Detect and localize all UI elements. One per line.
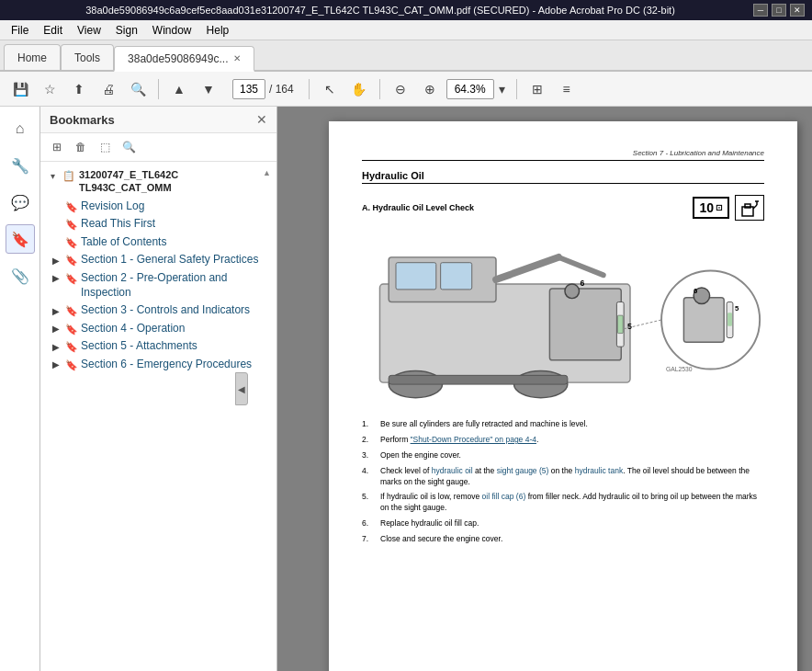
oil-icons: 10 ⊡ <box>693 195 764 221</box>
section-3-expand[interactable]: ▶ <box>50 304 62 317</box>
menu-sign[interactable]: Sign <box>108 22 145 39</box>
bookmark-section-5[interactable]: ▶ 🔖 Section 5 - Attachments <box>40 337 276 356</box>
section-1-label[interactable]: Section 1 - General Safety Practices <box>81 253 271 267</box>
bookmarks-icon-btn[interactable]: 🔖 <box>6 224 35 254</box>
share-button[interactable]: ⬆ <box>66 76 92 102</box>
bookmark-expand-all-btn[interactable]: ⊞ <box>46 137 68 157</box>
bookmark-read-this-first[interactable]: 🔖 Read This First <box>40 215 276 233</box>
tab-tools-label: Tools <box>74 51 100 64</box>
step-7: 7. Close and secure the engine cover. <box>362 534 764 545</box>
hand-tool-button[interactable]: ✋ <box>346 76 372 102</box>
menu-view[interactable]: View <box>70 22 108 39</box>
bookmark-add-button[interactable]: ☆ <box>37 76 62 102</box>
tab-home[interactable]: Home <box>4 44 61 70</box>
read-this-first-label[interactable]: Read This First <box>81 217 271 232</box>
print-button[interactable]: 🖨 <box>96 76 121 102</box>
zoom-in-button[interactable]: ⊕ <box>417 76 443 102</box>
bookmark-section-1[interactable]: ▶ 🔖 Section 1 - General Safety Practices <box>40 251 276 269</box>
save-button[interactable]: 💾 <box>7 76 33 102</box>
tab-tools[interactable]: Tools <box>61 44 114 70</box>
section-2-expand[interactable]: ▶ <box>50 272 62 285</box>
nav-prev-button[interactable]: ▲ <box>166 76 192 102</box>
pdf-viewer[interactable]: Section 7 - Lubrication and Maintenance … <box>277 107 812 671</box>
bookmark-section-2[interactable]: ▶ 🔖 Section 2 - Pre-Operation and Inspec… <box>40 269 276 301</box>
maximize-button[interactable]: □ <box>772 4 786 17</box>
step-1: 1. Be sure all cylinders are fully retra… <box>362 419 764 430</box>
svg-rect-13 <box>617 315 623 333</box>
section-5-expand[interactable]: ▶ <box>50 340 62 353</box>
tab-home-label: Home <box>17 51 47 64</box>
page-main-title: Hydraulic Oil <box>362 170 764 184</box>
menu-window[interactable]: Window <box>145 22 199 39</box>
section-2-label[interactable]: Section 2 - Pre-Operation and Inspection <box>81 271 271 300</box>
bookmark-section-6[interactable]: ▶ 🔖 Section 6 - Emergency Procedures <box>40 356 276 374</box>
revision-log-label[interactable]: Revision Log <box>81 199 271 214</box>
bookmark-search-btn[interactable]: 🔍 <box>118 137 140 157</box>
bookmark-section-3[interactable]: ▶ 🔖 Section 3 - Controls and Indicators <box>40 301 276 320</box>
step-6: 6. Replace hydraulic oil fill cap. <box>362 518 764 529</box>
svg-text:5: 5 <box>627 322 632 331</box>
section-1-expand[interactable]: ▶ <box>50 254 62 267</box>
bookmarks-close-button[interactable]: ✕ <box>256 112 267 127</box>
svg-rect-11 <box>549 289 621 360</box>
section-3-label[interactable]: Section 3 - Controls and Indicators <box>81 303 271 318</box>
section-5-icon: 🔖 <box>65 341 78 353</box>
equipment-diagram: 5 6 <box>362 228 764 412</box>
tools-icon-btn[interactable]: 🔧 <box>6 151 35 180</box>
svg-rect-21 <box>683 298 724 343</box>
separator-2 <box>309 79 310 99</box>
section-5-label[interactable]: Section 5 - Attachments <box>81 339 271 354</box>
enhance-button[interactable]: 🔍 <box>125 76 151 102</box>
root-scroll-up[interactable]: ▲ <box>263 168 271 177</box>
home-icon-btn[interactable]: ⌂ <box>6 114 35 143</box>
svg-text:6: 6 <box>694 287 698 295</box>
cursor-tool-button[interactable]: ↖ <box>317 76 343 102</box>
page-input[interactable] <box>232 79 265 99</box>
tab-close-icon[interactable]: ✕ <box>233 53 241 63</box>
menu-help[interactable]: Help <box>199 22 237 39</box>
sidebar-collapse-button[interactable]: ◀ <box>235 372 248 405</box>
attachments-icon-btn[interactable]: 📎 <box>6 261 35 290</box>
zoom-dropdown-button[interactable]: ▾ <box>496 76 509 102</box>
section-6-expand[interactable]: ▶ <box>50 358 62 371</box>
zoom-level[interactable]: 64.3% <box>446 79 494 99</box>
menu-file[interactable]: File <box>4 22 36 39</box>
nav-next-button[interactable]: ▼ <box>196 76 221 102</box>
step-5-text: If hydraulic oil is low, remove oil fill… <box>380 492 764 514</box>
page-navigation: / 164 <box>232 79 294 99</box>
svg-text:6: 6 <box>580 279 584 288</box>
zoom-out-button[interactable]: ⊖ <box>388 76 413 102</box>
subsection-title: A. Hydraulic Oil Level Check <box>362 203 474 212</box>
svg-rect-8 <box>441 263 472 290</box>
separator-4 <box>516 79 517 99</box>
toc-label[interactable]: Table of Contents <box>81 235 271 250</box>
oil-level-value: 10 <box>699 200 714 215</box>
menu-edit[interactable]: Edit <box>36 22 70 39</box>
bookmarks-title: Bookmarks <box>50 113 115 127</box>
bookmark-delete-btn[interactable]: 🗑 <box>70 137 92 157</box>
toolbar: 💾 ☆ ⬆ 🖨 🔍 ▲ ▼ / 164 ↖ ✋ ⊖ ⊕ 64.3% ▾ ⊞ ≡ <box>0 72 812 107</box>
section-4-icon: 🔖 <box>65 324 78 336</box>
svg-text:5: 5 <box>735 304 739 313</box>
fit-page-button[interactable]: ⊞ <box>524 76 550 102</box>
close-button[interactable]: ✕ <box>790 4 805 17</box>
read-this-first-icon: 🔖 <box>65 219 78 231</box>
root-bookmark-label[interactable]: 31200747_E_TL642C TL943C_CAT_OMM <box>79 168 257 195</box>
minimize-button[interactable]: ─ <box>753 4 768 17</box>
steps-list: 1. Be sure all cylinders are fully retra… <box>362 419 764 545</box>
bookmark-revision-log[interactable]: 🔖 Revision Log <box>40 198 276 216</box>
bookmark-section-4[interactable]: ▶ 🔖 Section 4 - Operation <box>40 320 276 338</box>
section-4-expand[interactable]: ▶ <box>50 323 62 336</box>
bookmark-table-of-contents[interactable]: 🔖 Table of Contents <box>40 233 276 252</box>
root-collapse-icon[interactable]: ▾ <box>46 169 59 182</box>
section-4-label[interactable]: Section 4 - Operation <box>81 322 271 336</box>
comment-icon-btn[interactable]: 💬 <box>6 188 35 217</box>
view-options-button[interactable]: ≡ <box>554 76 580 102</box>
section-6-label[interactable]: Section 6 - Emergency Procedures <box>81 358 271 372</box>
step-2: 2. Perform "Shut-Down Procedure" on page… <box>362 435 764 446</box>
section-6-icon: 🔖 <box>65 359 78 371</box>
tab-doc[interactable]: 38a0de59086949c... ✕ <box>114 46 254 72</box>
bookmark-root-item: ▾ 📋 31200747_E_TL642C TL943C_CAT_OMM ▲ <box>40 165 276 198</box>
bookmark-options-btn[interactable]: ⬚ <box>94 137 116 157</box>
pdf-left-gutter <box>292 121 329 671</box>
